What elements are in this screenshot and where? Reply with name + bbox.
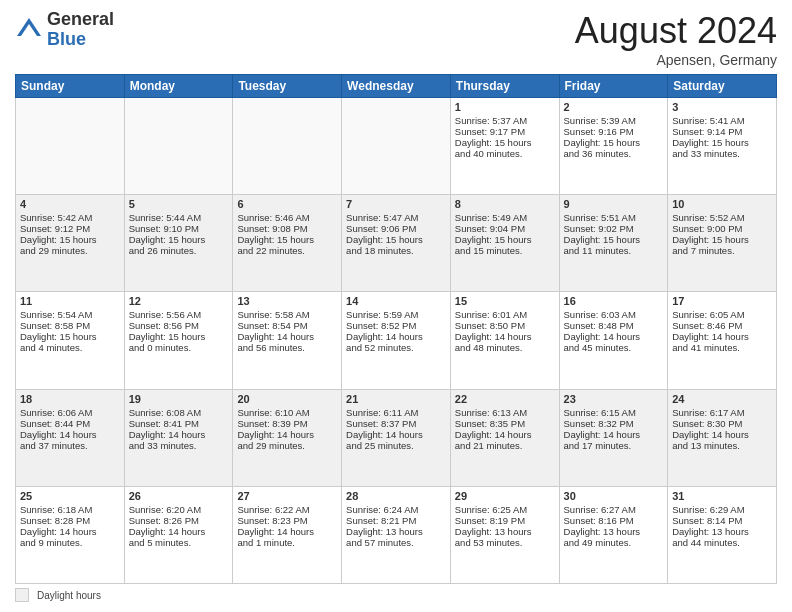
day-info: and 22 minutes. bbox=[237, 245, 337, 256]
logo-general: General bbox=[47, 10, 114, 30]
calendar-weekday-header: Monday bbox=[124, 75, 233, 98]
calendar-weekday-header: Thursday bbox=[450, 75, 559, 98]
day-info: Sunset: 8:46 PM bbox=[672, 320, 772, 331]
day-info: Sunrise: 5:51 AM bbox=[564, 212, 664, 223]
day-info: Sunrise: 6:10 AM bbox=[237, 407, 337, 418]
calendar-cell: 31Sunrise: 6:29 AMSunset: 8:14 PMDayligh… bbox=[668, 486, 777, 583]
daylight-hours-legend-box bbox=[15, 588, 29, 602]
calendar-cell: 22Sunrise: 6:13 AMSunset: 8:35 PMDayligh… bbox=[450, 389, 559, 486]
day-number: 21 bbox=[346, 393, 446, 405]
calendar-week-row: 1Sunrise: 5:37 AMSunset: 9:17 PMDaylight… bbox=[16, 98, 777, 195]
day-number: 9 bbox=[564, 198, 664, 210]
calendar-cell: 4Sunrise: 5:42 AMSunset: 9:12 PMDaylight… bbox=[16, 195, 125, 292]
day-info: Sunrise: 6:01 AM bbox=[455, 309, 555, 320]
day-number: 8 bbox=[455, 198, 555, 210]
day-info: and 11 minutes. bbox=[564, 245, 664, 256]
day-info: Daylight: 14 hours bbox=[346, 429, 446, 440]
calendar-cell: 21Sunrise: 6:11 AMSunset: 8:37 PMDayligh… bbox=[342, 389, 451, 486]
day-info: Daylight: 13 hours bbox=[455, 526, 555, 537]
day-info: Sunrise: 5:46 AM bbox=[237, 212, 337, 223]
day-info: Sunrise: 5:58 AM bbox=[237, 309, 337, 320]
day-info: Daylight: 14 hours bbox=[20, 526, 120, 537]
calendar-cell: 3Sunrise: 5:41 AMSunset: 9:14 PMDaylight… bbox=[668, 98, 777, 195]
footer: Daylight hours bbox=[15, 588, 777, 602]
day-info: Sunset: 8:52 PM bbox=[346, 320, 446, 331]
day-info: and 37 minutes. bbox=[20, 440, 120, 451]
day-info: Sunset: 8:48 PM bbox=[564, 320, 664, 331]
day-info: Daylight: 13 hours bbox=[672, 526, 772, 537]
day-info: Sunset: 8:26 PM bbox=[129, 515, 229, 526]
day-info: and 0 minutes. bbox=[129, 342, 229, 353]
day-info: Daylight: 15 hours bbox=[672, 234, 772, 245]
day-number: 25 bbox=[20, 490, 120, 502]
day-info: Sunrise: 6:17 AM bbox=[672, 407, 772, 418]
calendar-cell: 20Sunrise: 6:10 AMSunset: 8:39 PMDayligh… bbox=[233, 389, 342, 486]
calendar-cell: 23Sunrise: 6:15 AMSunset: 8:32 PMDayligh… bbox=[559, 389, 668, 486]
day-info: Sunset: 9:16 PM bbox=[564, 126, 664, 137]
calendar-cell bbox=[16, 98, 125, 195]
day-info: and 26 minutes. bbox=[129, 245, 229, 256]
day-info: and 45 minutes. bbox=[564, 342, 664, 353]
day-number: 1 bbox=[455, 101, 555, 113]
day-info: and 21 minutes. bbox=[455, 440, 555, 451]
calendar-cell: 29Sunrise: 6:25 AMSunset: 8:19 PMDayligh… bbox=[450, 486, 559, 583]
day-info: Sunrise: 6:08 AM bbox=[129, 407, 229, 418]
calendar-cell: 12Sunrise: 5:56 AMSunset: 8:56 PMDayligh… bbox=[124, 292, 233, 389]
day-info: and 5 minutes. bbox=[129, 537, 229, 548]
header: General Blue August 2024 Apensen, German… bbox=[15, 10, 777, 68]
day-info: Sunrise: 5:42 AM bbox=[20, 212, 120, 223]
day-info: Daylight: 15 hours bbox=[455, 234, 555, 245]
day-number: 28 bbox=[346, 490, 446, 502]
day-number: 15 bbox=[455, 295, 555, 307]
day-number: 30 bbox=[564, 490, 664, 502]
day-info: Sunrise: 5:59 AM bbox=[346, 309, 446, 320]
day-info: Sunset: 9:14 PM bbox=[672, 126, 772, 137]
calendar-cell: 30Sunrise: 6:27 AMSunset: 8:16 PMDayligh… bbox=[559, 486, 668, 583]
logo-text: General Blue bbox=[47, 10, 114, 50]
day-info: Sunrise: 5:39 AM bbox=[564, 115, 664, 126]
day-info: and 13 minutes. bbox=[672, 440, 772, 451]
day-info: and 33 minutes. bbox=[672, 148, 772, 159]
day-info: Sunrise: 6:22 AM bbox=[237, 504, 337, 515]
day-info: and 15 minutes. bbox=[455, 245, 555, 256]
calendar-cell: 16Sunrise: 6:03 AMSunset: 8:48 PMDayligh… bbox=[559, 292, 668, 389]
daylight-hours-label: Daylight hours bbox=[37, 590, 101, 601]
calendar-cell: 26Sunrise: 6:20 AMSunset: 8:26 PMDayligh… bbox=[124, 486, 233, 583]
calendar-cell: 15Sunrise: 6:01 AMSunset: 8:50 PMDayligh… bbox=[450, 292, 559, 389]
calendar-cell: 9Sunrise: 5:51 AMSunset: 9:02 PMDaylight… bbox=[559, 195, 668, 292]
day-info: and 4 minutes. bbox=[20, 342, 120, 353]
day-info: Sunrise: 6:29 AM bbox=[672, 504, 772, 515]
day-number: 27 bbox=[237, 490, 337, 502]
day-info: and 40 minutes. bbox=[455, 148, 555, 159]
day-info: Sunset: 8:50 PM bbox=[455, 320, 555, 331]
day-number: 11 bbox=[20, 295, 120, 307]
day-info: Daylight: 14 hours bbox=[129, 429, 229, 440]
calendar-cell: 28Sunrise: 6:24 AMSunset: 8:21 PMDayligh… bbox=[342, 486, 451, 583]
day-info: Sunrise: 6:25 AM bbox=[455, 504, 555, 515]
day-info: Daylight: 15 hours bbox=[346, 234, 446, 245]
page: General Blue August 2024 Apensen, German… bbox=[0, 0, 792, 612]
day-info: Daylight: 15 hours bbox=[20, 331, 120, 342]
day-info: Daylight: 15 hours bbox=[129, 234, 229, 245]
calendar-weekday-header: Sunday bbox=[16, 75, 125, 98]
day-number: 20 bbox=[237, 393, 337, 405]
day-info: Daylight: 14 hours bbox=[237, 331, 337, 342]
day-info: Sunset: 9:02 PM bbox=[564, 223, 664, 234]
day-info: Sunset: 8:41 PM bbox=[129, 418, 229, 429]
day-info: Sunset: 8:19 PM bbox=[455, 515, 555, 526]
day-number: 13 bbox=[237, 295, 337, 307]
day-info: Daylight: 14 hours bbox=[346, 331, 446, 342]
day-info: Sunset: 8:54 PM bbox=[237, 320, 337, 331]
calendar-cell: 19Sunrise: 6:08 AMSunset: 8:41 PMDayligh… bbox=[124, 389, 233, 486]
day-info: and 52 minutes. bbox=[346, 342, 446, 353]
day-info: Daylight: 14 hours bbox=[672, 429, 772, 440]
day-info: and 7 minutes. bbox=[672, 245, 772, 256]
day-number: 18 bbox=[20, 393, 120, 405]
day-info: Sunrise: 5:49 AM bbox=[455, 212, 555, 223]
day-info: Sunset: 9:00 PM bbox=[672, 223, 772, 234]
calendar-week-row: 11Sunrise: 5:54 AMSunset: 8:58 PMDayligh… bbox=[16, 292, 777, 389]
day-info: Sunrise: 5:37 AM bbox=[455, 115, 555, 126]
day-number: 14 bbox=[346, 295, 446, 307]
day-number: 12 bbox=[129, 295, 229, 307]
day-info: Daylight: 14 hours bbox=[20, 429, 120, 440]
